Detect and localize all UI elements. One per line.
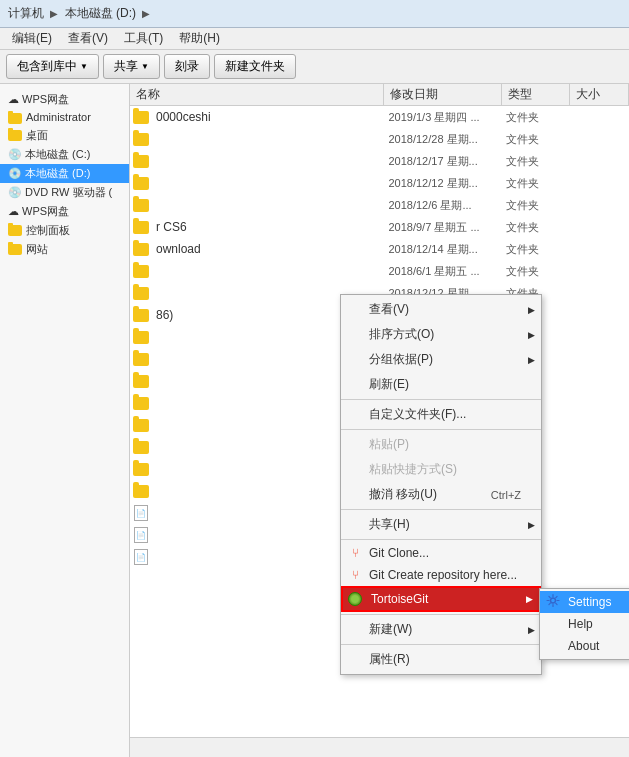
- file-date: 2018/12/12 星期...: [384, 176, 501, 191]
- git-create-icon: ⑂: [347, 567, 363, 583]
- folder-icon: [133, 375, 149, 388]
- file-icon: [130, 441, 152, 454]
- ctx-customize[interactable]: 自定义文件夹(F)...: [341, 402, 541, 427]
- submenu-about[interactable]: About: [540, 635, 629, 657]
- new-folder-button[interactable]: 新建文件夹: [214, 54, 296, 79]
- file-date: 2018/12/14 星期...: [384, 242, 501, 257]
- file-name: 0000ceshi: [152, 110, 384, 124]
- ctx-tortoisegit[interactable]: TortoiseGit Settings: [341, 586, 541, 612]
- path-arrow-1: ▶: [50, 8, 58, 19]
- file-icon: [130, 133, 152, 146]
- file-name: r CS6: [152, 220, 384, 234]
- menu-item-help[interactable]: 帮助(H): [171, 28, 228, 49]
- path-part-2[interactable]: 本地磁盘 (D:): [65, 6, 136, 20]
- file-icon: [130, 309, 152, 322]
- folder-icon: [8, 130, 22, 141]
- git-clone-icon: ⑂: [347, 545, 363, 561]
- file-icon: [130, 331, 152, 344]
- file-icon: 📄: [130, 549, 152, 565]
- ctx-git-clone[interactable]: ⑂ Git Clone...: [341, 542, 541, 564]
- folder-icon: [133, 353, 149, 366]
- path-part-1[interactable]: 计算机: [8, 6, 44, 20]
- folder-icon: [133, 199, 149, 212]
- ctx-paste-shortcut[interactable]: 粘贴快捷方式(S): [341, 457, 541, 482]
- submenu-settings[interactable]: Settings: [540, 591, 629, 613]
- sidebar-item-drive-c[interactable]: 💿 本地磁盘 (C:): [0, 145, 129, 164]
- share-button[interactable]: 共享 ▼: [103, 54, 160, 79]
- col-header-date[interactable]: 修改日期: [384, 84, 501, 105]
- file-type: 文件夹: [502, 176, 571, 191]
- file-icon: [130, 265, 152, 278]
- undo-shortcut: Ctrl+Z: [491, 489, 521, 501]
- sidebar-item-administrator[interactable]: Administrator: [0, 109, 129, 126]
- sidebar-item-dvd-drive[interactable]: 💿 DVD RW 驱动器 (: [0, 183, 129, 202]
- sidebar-item-drive-d[interactable]: 💿 本地磁盘 (D:): [0, 164, 129, 183]
- sidebar-item-desktop[interactable]: 桌面: [0, 126, 129, 145]
- file-icon: [130, 287, 152, 300]
- tortoisegit-icon: [349, 591, 365, 607]
- col-header-type[interactable]: 类型: [502, 84, 571, 105]
- ctx-share[interactable]: 共享(H): [341, 512, 541, 537]
- col-header-name[interactable]: 名称: [130, 84, 384, 105]
- folder-icon: [133, 485, 149, 498]
- menu-item-tools[interactable]: 工具(T): [116, 28, 171, 49]
- file-icon: [130, 111, 152, 124]
- file-date: 2018/12/17 星期...: [384, 154, 501, 169]
- sidebar-item-wps2[interactable]: ☁ WPS网盘: [0, 202, 129, 221]
- file-type: 文件夹: [502, 198, 571, 213]
- folder-icon: [133, 177, 149, 190]
- ctx-refresh[interactable]: 刷新(E): [341, 372, 541, 397]
- burn-button[interactable]: 刻录: [164, 54, 210, 79]
- ctx-separator-3: [341, 509, 541, 510]
- menu-bar: 编辑(E) 查看(V) 工具(T) 帮助(H): [0, 28, 629, 50]
- file-icon: 📄: [130, 527, 152, 543]
- file-row[interactable]: ownload 2018/12/14 星期... 文件夹: [130, 238, 629, 260]
- submenu-tortoisegit: Settings Help About: [539, 588, 629, 660]
- col-header-size[interactable]: 大小: [570, 84, 629, 105]
- ctx-properties[interactable]: 属性(R): [341, 647, 541, 672]
- file-row[interactable]: 2018/12/17 星期... 文件夹: [130, 150, 629, 172]
- file-icon: [130, 419, 152, 432]
- ctx-separator-1: [341, 399, 541, 400]
- ctx-paste[interactable]: 粘贴(P): [341, 432, 541, 457]
- ctx-separator-5: [341, 614, 541, 615]
- folder-icon: [133, 309, 149, 322]
- file-row[interactable]: r CS6 2018/9/7 星期五 ... 文件夹: [130, 216, 629, 238]
- sidebar-item-website[interactable]: 网站: [0, 240, 129, 259]
- ctx-view[interactable]: 查看(V): [341, 297, 541, 322]
- ctx-undo[interactable]: 撤消 移动(U) Ctrl+Z: [341, 482, 541, 507]
- ctx-sort[interactable]: 排序方式(O): [341, 322, 541, 347]
- file-row[interactable]: 2018/6/1 星期五 ... 文件夹: [130, 260, 629, 282]
- folder-icon: [133, 265, 149, 278]
- main-layout: ☁ ☁ WPS网盘WPS网盘 Administrator 桌面 💿 本地磁盘 (…: [0, 84, 629, 757]
- folder-icon: [133, 441, 149, 454]
- svg-point-0: [551, 598, 556, 603]
- file-type: 文件夹: [502, 110, 571, 125]
- include-arrow-icon: ▼: [80, 62, 88, 71]
- sidebar-item-control-panel[interactable]: 控制面板: [0, 221, 129, 240]
- file-row[interactable]: 0000ceshi 2019/1/3 星期四 ... 文件夹: [130, 106, 629, 128]
- folder-icon: [133, 111, 149, 124]
- file-icon: [130, 155, 152, 168]
- ctx-git-create[interactable]: ⑂ Git Create repository here...: [341, 564, 541, 586]
- submenu-help[interactable]: Help: [540, 613, 629, 635]
- ctx-new[interactable]: 新建(W): [341, 617, 541, 642]
- file-icon: [130, 485, 152, 498]
- file-row[interactable]: 2018/12/28 星期... 文件夹: [130, 128, 629, 150]
- file-row[interactable]: 2018/12/12 星期... 文件夹: [130, 172, 629, 194]
- folder-icon: [133, 155, 149, 168]
- folder-icon: [133, 463, 149, 476]
- file-date: 2019/1/3 星期四 ...: [384, 110, 501, 125]
- folder-icon: [133, 221, 149, 234]
- menu-item-view[interactable]: 查看(V): [60, 28, 116, 49]
- folder-icon: [8, 225, 22, 236]
- file-type: 文件夹: [502, 242, 571, 257]
- sidebar-item-wps-cloud[interactable]: ☁ ☁ WPS网盘WPS网盘: [0, 90, 129, 109]
- ctx-group[interactable]: 分组依据(P): [341, 347, 541, 372]
- file-icon: [130, 199, 152, 212]
- menu-item-edit[interactable]: 编辑(E): [4, 28, 60, 49]
- include-in-library-button[interactable]: 包含到库中 ▼: [6, 54, 99, 79]
- file-icon: [130, 397, 152, 410]
- share-arrow-icon: ▼: [141, 62, 149, 71]
- file-row[interactable]: 2018/12/6 星期... 文件夹: [130, 194, 629, 216]
